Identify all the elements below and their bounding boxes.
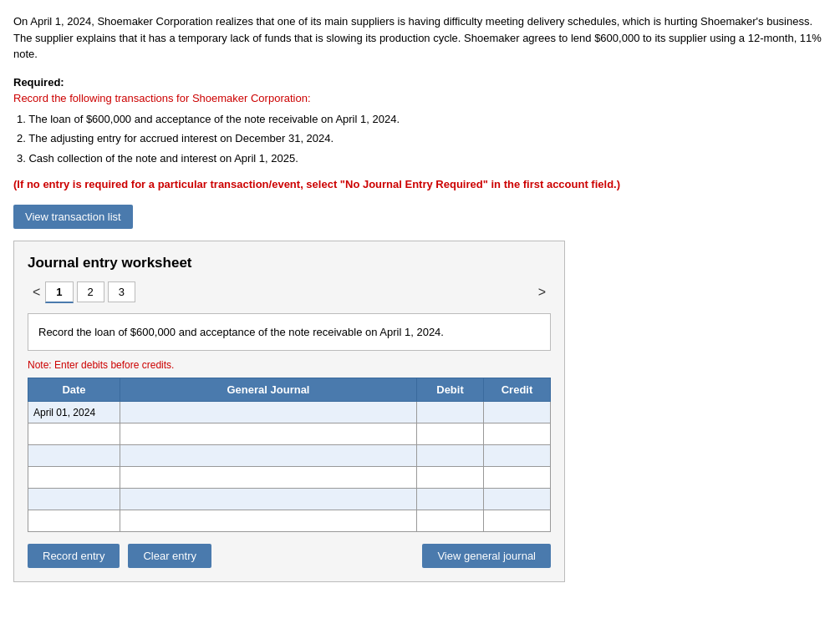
clear-entry-button[interactable]: Clear entry xyxy=(128,544,211,568)
table-row[interactable] xyxy=(417,402,484,423)
view-general-journal-button[interactable]: View general journal xyxy=(422,544,551,568)
credit-input-3[interactable] xyxy=(489,472,545,484)
table-row[interactable] xyxy=(484,489,551,510)
instruction-box: Record the loan of $600,000 and acceptan… xyxy=(28,313,551,352)
table-row[interactable] xyxy=(484,510,551,532)
bottom-buttons: Record entry Clear entry View general jo… xyxy=(28,544,551,568)
required-section: Required: Record the following transacti… xyxy=(13,76,822,167)
table-row[interactable] xyxy=(120,510,417,532)
table-row-date-0: April 01, 2024 xyxy=(28,402,120,423)
credit-input-2[interactable] xyxy=(489,450,545,462)
debit-input-5[interactable] xyxy=(422,515,478,527)
table-row[interactable] xyxy=(120,423,417,445)
warning-text: (If no entry is required for a particula… xyxy=(13,176,822,193)
table-row[interactable] xyxy=(484,445,551,467)
credit-input-4[interactable] xyxy=(489,494,545,505)
table-row[interactable] xyxy=(417,510,484,532)
journal-input-3[interactable] xyxy=(125,472,411,484)
table-row-date-2 xyxy=(28,445,120,467)
debit-input-2[interactable] xyxy=(422,450,478,462)
table-row[interactable] xyxy=(484,402,551,423)
journal-input-2[interactable] xyxy=(125,450,411,462)
view-transaction-button[interactable]: View transaction list xyxy=(13,205,133,229)
table-row-date-3 xyxy=(28,467,120,489)
col-header-debit: Debit xyxy=(417,378,484,402)
debit-input-1[interactable] xyxy=(422,428,478,440)
worksheet-title: Journal entry worksheet xyxy=(28,255,551,271)
tab-navigation: < 1 2 3 > xyxy=(28,281,551,303)
worksheet-container: Journal entry worksheet < 1 2 3 > Record… xyxy=(13,241,565,583)
tab-1[interactable]: 1 xyxy=(45,281,73,303)
table-row[interactable] xyxy=(484,423,551,445)
journal-input-0[interactable] xyxy=(125,407,411,418)
credit-input-1[interactable] xyxy=(489,428,545,440)
record-entry-button[interactable]: Record entry xyxy=(28,544,120,568)
prev-arrow-button[interactable]: < xyxy=(28,281,45,303)
instruction-text: Record the loan of $600,000 and acceptan… xyxy=(38,326,444,338)
col-header-journal: General Journal xyxy=(120,378,417,402)
note-text: Note: Enter debits before credits. xyxy=(28,359,551,371)
tab-3[interactable]: 3 xyxy=(108,281,135,302)
journal-table: Date General Journal Debit Credit April … xyxy=(28,378,551,532)
table-row[interactable] xyxy=(417,445,484,467)
table-row[interactable] xyxy=(120,489,417,510)
table-row-date-4 xyxy=(28,489,120,510)
table-row[interactable] xyxy=(120,445,417,467)
table-row[interactable] xyxy=(417,467,484,489)
credit-input-0[interactable] xyxy=(489,407,545,418)
next-arrow-button[interactable]: > xyxy=(533,281,551,303)
required-label: Required: xyxy=(13,76,822,89)
tab-2[interactable]: 2 xyxy=(77,281,104,302)
instructions-list: 1. The loan of $600,000 and acceptance o… xyxy=(17,111,822,167)
instruction-item-2: 2. The adjusting entry for accrued inter… xyxy=(17,130,822,147)
table-row[interactable] xyxy=(120,467,417,489)
instruction-item-3: 3. Cash collection of the note and inter… xyxy=(17,150,822,167)
journal-input-4[interactable] xyxy=(125,494,411,505)
journal-input-1[interactable] xyxy=(125,428,411,440)
table-row[interactable] xyxy=(484,467,551,489)
table-row-date-1 xyxy=(28,423,120,445)
table-row[interactable] xyxy=(417,423,484,445)
table-row[interactable] xyxy=(417,489,484,510)
instruction-item-1: 1. The loan of $600,000 and acceptance o… xyxy=(17,111,822,128)
debit-input-3[interactable] xyxy=(422,472,478,484)
debit-input-4[interactable] xyxy=(422,494,478,505)
intro-text: On April 1, 2024, Shoemaker Corporation … xyxy=(13,15,822,60)
col-header-credit: Credit xyxy=(484,378,551,402)
table-row-date-5 xyxy=(28,510,120,532)
debit-input-0[interactable] xyxy=(422,407,478,418)
credit-input-5[interactable] xyxy=(489,515,545,527)
required-subtitle: Record the following transactions for Sh… xyxy=(13,92,822,104)
journal-input-5[interactable] xyxy=(125,515,411,527)
col-header-date: Date xyxy=(28,378,120,402)
intro-paragraph: On April 1, 2024, Shoemaker Corporation … xyxy=(13,13,822,63)
table-row[interactable] xyxy=(120,402,417,423)
